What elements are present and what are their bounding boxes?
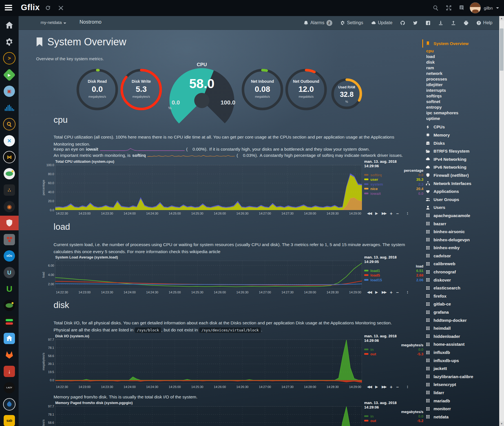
menu-section-memory[interactable]: Memory [426,131,498,139]
app-icon-ombi[interactable]: × [0,133,19,148]
chart-plot[interactable] [55,406,362,426]
disk-write-gauge[interactable]: Disk Write5.3megabytes/s [120,68,162,111]
app-icon-home-assistant[interactable] [0,331,19,346]
fullscreen-icon[interactable] [446,5,452,11]
menu-item-softirqs[interactable]: softirqs [426,93,498,99]
chart-plot[interactable] [55,261,362,289]
user-menu[interactable]: gilbn [470,2,499,14]
menu-section-netdata[interactable]: netdata [426,413,498,421]
menu-section-influxdb[interactable]: influxdb [426,348,498,356]
toolbar-upload-button[interactable] [451,21,456,25]
menu-section-hiddenloader[interactable]: hiddenloader [426,332,498,340]
menu-section-ipv6-networking[interactable]: IPv6 Networking [426,163,498,171]
toolbar-help-button[interactable]: Help [476,20,492,25]
menu-section-apacheguacamole[interactable]: apacheguacamole [426,211,498,220]
menu-section-jackett[interactable]: jackett [426,364,498,373]
menu-section-system-overview[interactable]: System Overview [422,39,498,48]
menu-section-binhex-airsonic[interactable]: binhex-airsonic [426,228,498,236]
home-icon[interactable] [0,18,19,33]
app-icon-lazylibrarian[interactable]: LAZY [0,380,19,395]
app-icon-gitlab[interactable] [0,347,19,362]
legend-load5[interactable]: load52.68 [364,273,423,278]
menu-section-home-assistant[interactable]: home-assistant [426,340,498,349]
app-icon-deluge[interactable] [0,397,19,412]
app-icon-jackett[interactable] [0,117,19,131]
menu-section-cpus[interactable]: CPUs [426,123,498,131]
zoom-in-button[interactable]: + [390,385,392,390]
play-button[interactable]: ▶ [375,290,378,295]
chart-plot[interactable] [55,165,362,210]
menu-section-disks[interactable]: Disks [426,139,498,147]
pan-forward-button[interactable]: ▶▶ [382,211,386,216]
menu-section-mariadb[interactable]: mariadb [426,397,498,405]
app-icon-grafana[interactable]: ◉ [0,199,19,214]
toolbar-print-button[interactable] [464,21,468,25]
chart-disk-io[interactable]: Disk I/O (system.io)man. 13. aug. 201814… [42,334,454,391]
toolbar-twitter-button[interactable] [413,21,418,25]
pan-backward-button[interactable]: ◀◀ [367,211,372,216]
menu-section-user-groups[interactable]: User Groups [426,195,498,204]
menu-section-lidarr[interactable]: lidarr [426,389,498,397]
menu-section-firewall-netfilter-[interactable]: Firewall (netfilter) [426,171,498,179]
disk-read-gauge[interactable]: Disk Read0.0megabytes/s [76,68,118,111]
toolbar-github-button[interactable] [400,21,405,25]
pan-backward-button[interactable]: ◀◀ [367,290,372,295]
menu-section-heimdall[interactable]: heimdall [426,324,498,332]
legend-out[interactable]: out-5.2 [364,419,423,423]
play-button[interactable]: ▶ [375,385,378,390]
scroll-up-button[interactable]: ▲ [499,16,504,21]
menu-item-entropy[interactable]: entropy [426,104,498,110]
menu-section-diskover[interactable]: diskover [426,276,498,284]
menu-section-binhex-emby[interactable]: binhex-emby [426,244,498,252]
toolbar-alarms-button[interactable]: Alarms2 [304,20,332,26]
legend-user[interactable]: user35.3 [364,177,423,182]
app-icon-nextcloud[interactable]: oOo [0,249,19,263]
menu-item-softnet[interactable]: softnet [426,99,498,104]
toolbar-settings-button[interactable]: Settings [340,20,363,25]
menu-section-ipv4-networking[interactable]: IPv4 Networking [426,155,498,163]
menu-item-load[interactable]: load [426,54,498,59]
menu-section-chronograf[interactable]: chronograf [426,268,498,276]
app-icon-duplicati[interactable] [0,298,19,313]
chart-memory-paged[interactable]: Memory Paged from/to disk (system.pgpgio… [42,401,454,426]
menu-section-elasticsearch[interactable]: elasticsearch [426,284,498,292]
chart-resize-handle[interactable]: ↕ [406,289,409,294]
chart-plot[interactable] [55,340,362,383]
cpu-gauge[interactable]: CPU 58.0 0.0 100.0 % [169,64,234,109]
menu-section-users[interactable]: Users [426,204,498,212]
menu-section-calibreweb[interactable]: calibreweb [426,260,498,268]
menu-section-lazylibrarian-calibre[interactable]: lazylibrarian-calibre [426,373,498,381]
app-icon-organizr[interactable] [0,166,19,181]
menu-item-interrupts[interactable]: interrupts [426,88,498,93]
legend-load1[interactable]: load16.51 [364,269,423,273]
app-icon-diskover[interactable]: ∴ [0,183,19,197]
menu-section-influxdb-ups[interactable]: influxdb-ups [426,356,498,365]
server-dropdown[interactable]: my-netdata [41,20,66,25]
zoom-out-button[interactable]: − [396,211,399,216]
legend-in[interactable]: in0.0 [364,347,423,352]
toolbar-download-button[interactable] [438,21,443,25]
app-icon-airsonic[interactable] [0,101,19,115]
menu-item-idlejitter[interactable]: idlejitter [426,82,498,88]
close-icon[interactable] [58,5,64,11]
toolbar-update-button[interactable]: Update [371,20,393,25]
app-icon-plex[interactable]: > [0,51,19,66]
menu-item-ram[interactable]: ram [426,65,498,71]
app-icon-monitorr[interactable] [0,315,19,329]
refresh-icon[interactable] [45,5,51,11]
app-icon-bowtie[interactable]: ⋈ [0,150,19,164]
zoom-out-button[interactable]: − [396,385,399,390]
scrollbar[interactable]: ▲ ▼ [499,16,504,426]
toolbar-facebook-button[interactable] [426,21,430,25]
menu-item-disk[interactable]: disk [426,59,498,65]
changelog-icon[interactable] [459,5,465,11]
menu-item-ipc-semaphores[interactable]: ipc semaphores [426,110,498,116]
app-icon-youtubedl[interactable]: ↓ [0,364,19,379]
menu-item-processes[interactable]: processes [426,76,498,82]
chart-cpu-utilization[interactable]: Total CPU utilization (system.cpu)man. 1… [42,159,454,217]
menu-section-gitlab-ce[interactable]: gitlab-ce [426,300,498,308]
menu-section-network-interfaces[interactable]: Network Interfaces [426,179,498,188]
menu-item-cpu[interactable]: cpu [426,48,498,54]
menu-section-letsencrypt[interactable]: letsencrypt [426,381,498,389]
app-icon-utorrent[interactable]: U [0,282,19,296]
